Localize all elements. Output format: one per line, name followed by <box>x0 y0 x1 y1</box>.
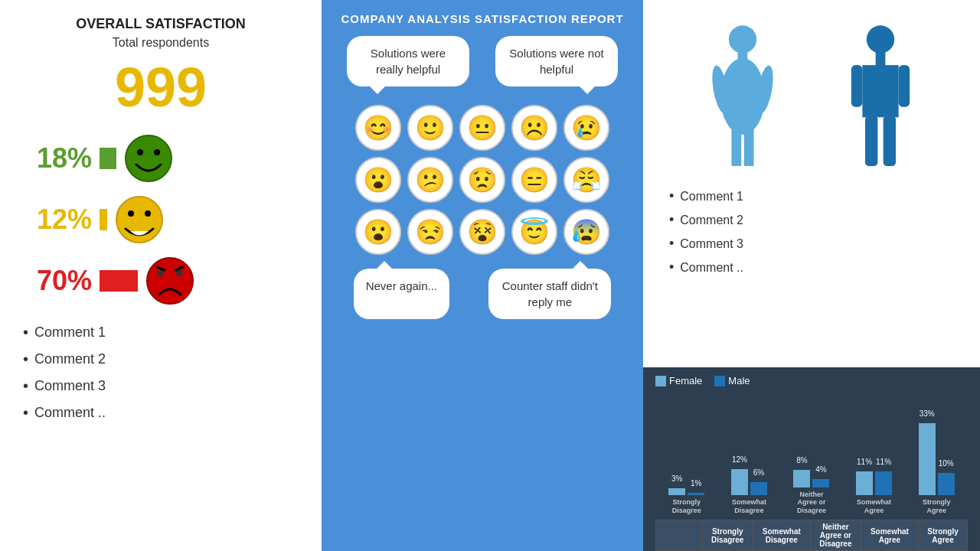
bar-male: 4% <box>812 479 829 487</box>
bar-label-male: 6% <box>750 468 767 477</box>
group-label: Strongly Agree <box>923 498 951 515</box>
bubble-bottom-right: Counter staff didn't reply me <box>488 269 611 319</box>
svg-point-11 <box>176 270 182 276</box>
svg-rect-25 <box>899 65 910 107</box>
emoji-2-1: 😮 <box>355 157 401 203</box>
comment-item: Comment 3 <box>23 377 106 395</box>
emoji-grid: 😊 🙂 😐 ☹️ 😢 😮 😕 😟 😑 😤 😮 😒 😵 😇 😰 <box>355 105 609 255</box>
emoji-3-2: 😒 <box>407 209 453 255</box>
group-label: Strongly Disagree <box>672 498 701 515</box>
face-sad <box>145 256 194 305</box>
emoji-1-4: ☹️ <box>511 105 557 151</box>
svg-point-21 <box>867 25 894 53</box>
right-top: Comment 1 Comment 2 Comment 3 Comment .. <box>643 0 980 367</box>
emoji-2-4: 😑 <box>511 157 557 203</box>
bars-row: 33%10% <box>919 423 955 495</box>
svg-rect-27 <box>884 116 896 165</box>
chart-group: 11%11%Somewhat Agree <box>843 471 906 515</box>
chart-group: 12%6%Somewhat Disagree <box>718 469 781 515</box>
emoji-3-5: 😰 <box>564 209 609 255</box>
bar-label-male: 10% <box>938 459 955 468</box>
company-title: COMPANY ANALYSIS SATISFACTION REPORT <box>341 12 623 25</box>
comment-item: Comment 2 <box>23 350 106 368</box>
right-comment-item: Comment .. <box>669 259 962 276</box>
total-respondents-label: Total respondents <box>23 36 299 50</box>
female-svg <box>704 20 781 173</box>
bar-female: 12% <box>731 469 748 495</box>
right-comment-item: Comment 3 <box>669 236 962 252</box>
bars-row: 3%1% <box>668 488 704 495</box>
bar-label-female: 11% <box>856 458 873 466</box>
col-header-somewhat-disagree: SomewhatDisagree <box>753 520 810 551</box>
chart-table: StronglyDisagree SomewhatDisagree Neithe… <box>655 520 968 551</box>
face-neutral <box>115 195 164 244</box>
emoji-3-1: 😮 <box>355 209 401 255</box>
right-panel: Comment 1 Comment 2 Comment 3 Comment ..… <box>643 0 980 551</box>
pct-yellow: 12% <box>23 204 92 236</box>
bar-label-female: 3% <box>668 474 685 483</box>
chart-group: 8%4%Neither Agree or Disagree <box>780 470 843 515</box>
bar-male: 11% <box>875 471 892 495</box>
svg-point-3 <box>154 149 160 155</box>
svg-rect-19 <box>731 128 741 166</box>
total-number: 999 <box>23 56 299 119</box>
svg-point-14 <box>729 25 756 53</box>
bar-label-female: 33% <box>919 409 936 418</box>
bars-row: 8%4% <box>793 470 829 487</box>
svg-point-10 <box>158 270 164 276</box>
bar-female: 8% <box>793 470 810 487</box>
male-figure <box>842 20 919 173</box>
emoji-2-3: 😟 <box>459 157 505 203</box>
svg-rect-26 <box>865 116 877 165</box>
speech-bubbles-bottom: Never again... Counter staff didn't repl… <box>334 269 631 319</box>
comment-item: Comment .. <box>23 404 106 422</box>
svg-point-1 <box>126 135 172 181</box>
pct-green: 18% <box>23 142 92 174</box>
svg-rect-22 <box>862 65 898 117</box>
legend-female: Female <box>655 375 702 386</box>
bar-label-female: 12% <box>731 455 748 464</box>
gender-figures <box>662 20 962 173</box>
chart-panel: Female Male 3%1%Strongly Disagree12%6%So… <box>643 367 980 551</box>
comment-item: Comment 1 <box>23 324 106 341</box>
satisfaction-rows: 18% 12% <box>23 134 299 305</box>
sat-row-green: 18% <box>23 134 299 183</box>
group-label: Somewhat Agree <box>857 498 891 515</box>
bar-male: 1% <box>688 493 704 495</box>
bar-label-male: 4% <box>812 465 829 474</box>
svg-rect-24 <box>851 65 863 107</box>
bars-row: 12%6% <box>731 469 767 495</box>
emoji-3-4: 😇 <box>511 209 557 255</box>
col-header-empty <box>656 520 703 551</box>
col-header-strongly-disagree: StronglyDisagree <box>702 520 753 551</box>
right-comment-item: Comment 1 <box>669 188 962 204</box>
emoji-1-1: 😊 <box>355 105 401 151</box>
bar-female: 33% <box>919 423 936 495</box>
svg-rect-20 <box>744 128 754 166</box>
chart-group: 33%10%Strongly Agree <box>905 423 968 515</box>
svg-point-6 <box>128 210 134 217</box>
overall-title: OVERALL SATISFACTION <box>23 15 299 33</box>
legend-male: Male <box>714 375 750 386</box>
svg-rect-23 <box>876 52 886 67</box>
bar-yellow <box>100 209 107 230</box>
left-panel: OVERALL SATISFACTION Total respondents 9… <box>0 0 322 551</box>
svg-point-9 <box>147 258 193 304</box>
right-comments: Comment 1 Comment 2 Comment 3 Comment .. <box>662 188 962 283</box>
bar-female: 3% <box>668 488 685 495</box>
svg-rect-0 <box>100 148 116 169</box>
bubble-top-right: Solutions were not helpful <box>495 36 618 86</box>
group-label: Somewhat Disagree <box>732 498 766 515</box>
bar-red <box>100 270 138 292</box>
svg-rect-4 <box>100 209 107 230</box>
emoji-1-5: 😢 <box>564 105 609 151</box>
bubble-bottom-left: Never again... <box>354 269 449 319</box>
bar-female: 11% <box>856 471 873 495</box>
emoji-2-5: 😤 <box>564 157 609 203</box>
svg-rect-8 <box>100 270 138 292</box>
speech-bubbles-top: Solutions were really helpful Solutions … <box>334 36 631 86</box>
bar-green <box>100 148 116 169</box>
legend-female-box <box>655 376 666 386</box>
svg-point-2 <box>137 149 143 155</box>
svg-rect-16 <box>738 52 748 64</box>
